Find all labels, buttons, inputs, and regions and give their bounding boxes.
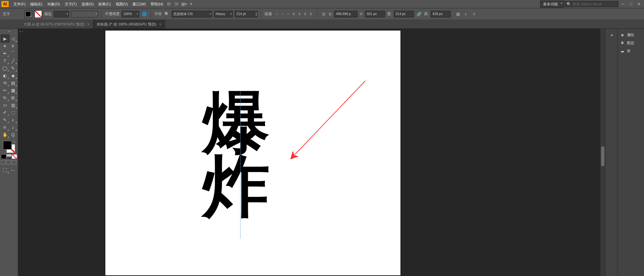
doc-nav-arrows[interactable]: « ‹	[19, 30, 23, 33]
shape-builder-tool[interactable]: ↻	[1, 94, 9, 101]
shaper-tool[interactable]: ◐	[1, 72, 9, 79]
justify-all-button[interactable]: ≣	[308, 11, 314, 17]
menu-edit[interactable]: 编辑(E)	[28, 1, 45, 7]
tab-close-button[interactable]: ×	[159, 22, 161, 26]
panel-properties[interactable]: ◈属性	[618, 31, 644, 39]
align-center-button[interactable]: ≡	[280, 11, 285, 17]
align-right-button[interactable]: ≡	[285, 11, 291, 17]
stroke-swatch[interactable]: ▾	[34, 10, 42, 18]
window-minimize-button[interactable]: —	[619, 2, 627, 6]
properties-icon: ◈	[620, 32, 625, 38]
char-search-icon[interactable]: 🔍	[164, 11, 170, 17]
magic-wand-tool[interactable]: ✦	[1, 42, 9, 50]
free-transform-tool[interactable]: ▦	[9, 87, 17, 94]
screen-mode-button[interactable]: ⛶	[1, 166, 9, 174]
paintbrush-tool[interactable]: ✎	[9, 64, 17, 72]
panel-grip-icon[interactable]	[2, 31, 16, 34]
y-label: Y:	[360, 12, 363, 16]
menu-select[interactable]: 选择(S)	[79, 1, 96, 7]
slice-tool[interactable]: ⌕	[9, 123, 17, 131]
mesh-tool[interactable]: ▭	[1, 101, 9, 109]
swap-fill-stroke-icon[interactable]: ⤡	[13, 140, 16, 144]
artboard-tool[interactable]: ⛭	[1, 123, 9, 131]
type-tool[interactable]: T	[1, 57, 9, 64]
search-input[interactable]: 🔍搜索 Adobe Stock	[565, 1, 619, 7]
transform-anchor-icon[interactable]: ⊞	[321, 11, 327, 17]
artboard[interactable]: GXL 爆炸	[105, 31, 400, 275]
color-solid-button[interactable]	[1, 154, 6, 159]
eyedropper-tool[interactable]: ✐	[1, 109, 9, 116]
font-family-input[interactable]: 思源黑体 CN	[172, 11, 212, 17]
stock-icon[interactable]: St	[173, 1, 180, 7]
eraser-tool[interactable]: ◆	[9, 72, 17, 79]
brush-definition[interactable]	[71, 11, 98, 17]
document-tab[interactable]: 未标题-2* @ 100% (RGB/GPU 预览) ×	[93, 20, 165, 29]
zoom-tool[interactable]: Q	[9, 131, 17, 138]
scrollbar-thumb[interactable]	[601, 146, 604, 166]
font-size-input[interactable]: 214 pt▴▾	[235, 11, 258, 17]
recolor-icon[interactable]: 🌐	[141, 11, 147, 17]
width-tool[interactable]: ✂	[1, 87, 9, 94]
perspective-tool[interactable]: ⊞	[9, 94, 17, 101]
vertical-scrollbar[interactable]	[600, 29, 605, 276]
pen-tool[interactable]: ✒	[1, 50, 9, 57]
panel-libraries[interactable]: ☁库	[618, 47, 644, 55]
rotate-tool[interactable]: ⟲	[1, 79, 9, 87]
font-style-input[interactable]: Heavy	[214, 11, 233, 17]
menu-help[interactable]: 帮助(H)	[149, 1, 165, 7]
menu-file[interactable]: 文件(F)	[11, 1, 28, 7]
panel-layers[interactable]: ❖图层	[618, 39, 644, 47]
panel-menu-icon[interactable]: ≡	[471, 11, 477, 17]
document-tab[interactable]: 大寒.ai @ 66.67% (CMYK/GPU 预览) ×	[20, 20, 93, 29]
transform-h-input[interactable]: 428 px	[431, 11, 451, 17]
draw-inside-button[interactable]	[12, 160, 16, 164]
menu-type[interactable]: 文字(T)	[63, 1, 79, 7]
scale-tool[interactable]: ▧	[9, 79, 17, 87]
gradient-tool[interactable]: ▥	[9, 101, 17, 109]
window-maximize-button[interactable]: □	[627, 2, 635, 6]
fill-color-icon[interactable]	[3, 141, 12, 150]
properties-toggle-icon[interactable]: ▦	[455, 11, 461, 17]
menu-window[interactable]: 窗口(W)	[130, 1, 148, 7]
draw-behind-button[interactable]	[6, 160, 11, 164]
transform-y-input[interactable]: 501 px	[365, 11, 385, 17]
stroke-weight-input[interactable]	[54, 11, 69, 17]
fill-swatch[interactable]: ▾	[24, 10, 32, 18]
menu-effect[interactable]: 效果(C)	[96, 1, 113, 7]
menu-object[interactable]: 对象(O)	[45, 1, 62, 7]
curvature-tool[interactable]: ⌒	[9, 50, 17, 57]
selection-tool[interactable]: ▶	[1, 35, 9, 42]
hand-tool[interactable]: ✋	[1, 131, 9, 138]
fill-stroke-control[interactable]: ⤡	[2, 140, 16, 154]
gpu-icon[interactable]: ✈	[188, 1, 195, 7]
arrange-icon[interactable]: ▦▾	[180, 1, 187, 7]
canvas-text-object[interactable]: 爆炸	[203, 91, 268, 218]
direct-selection-tool[interactable]: ◁	[9, 35, 17, 42]
lasso-tool[interactable]: ✳	[9, 42, 17, 50]
color-none-button[interactable]	[12, 154, 17, 159]
arrange-docs-icon[interactable]: ⫾	[463, 11, 469, 17]
bridge-icon[interactable]: Br	[166, 1, 172, 7]
align-left-button[interactable]: ≡	[274, 11, 279, 17]
transform-x-input[interactable]: 498.998 p	[334, 11, 358, 17]
collapse-panel-icon[interactable]: ◂	[608, 31, 614, 39]
tab-close-button[interactable]: ×	[87, 22, 89, 26]
link-wh-icon[interactable]: 🔗	[416, 11, 422, 17]
column-graph-tool[interactable]: ⫾	[9, 116, 17, 123]
ellipse-tool[interactable]: ◯	[1, 64, 9, 72]
workspace-switcher[interactable]: 基本功能	[540, 1, 564, 8]
edit-toolbar-button[interactable]: ⋯	[9, 166, 17, 174]
canvas-area[interactable]: « ‹ GXL 爆炸	[18, 29, 605, 276]
justify-right-button[interactable]: ≣	[303, 11, 308, 17]
blend-tool[interactable]: ⬚	[9, 109, 17, 116]
color-gradient-button[interactable]	[6, 154, 12, 159]
opacity-input[interactable]: 100%	[122, 11, 139, 17]
window-close-button[interactable]: ✕	[635, 2, 643, 6]
draw-normal-button[interactable]	[1, 160, 6, 164]
justify-center-button[interactable]: ≣	[297, 11, 302, 17]
line-tool[interactable]: ╱	[9, 57, 17, 64]
menu-view[interactable]: 视图(V)	[114, 1, 130, 7]
transform-w-input[interactable]: 214 px	[394, 11, 414, 17]
symbol-sprayer-tool[interactable]: ✎	[1, 116, 9, 123]
justify-left-button[interactable]: ≣	[291, 11, 297, 17]
